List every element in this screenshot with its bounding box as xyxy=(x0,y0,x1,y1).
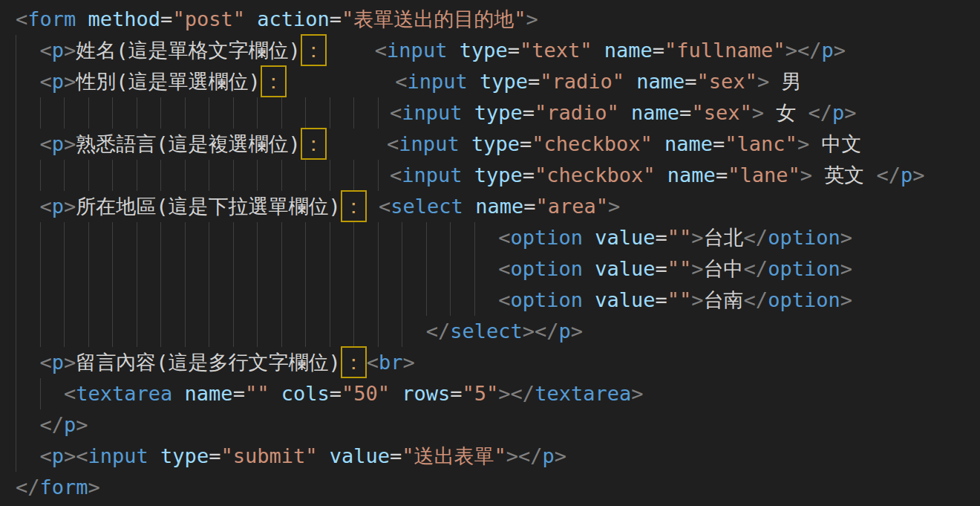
code-token-string: "lanc" xyxy=(725,132,797,155)
code-token-punctuation: > xyxy=(691,288,703,311)
code-token-punctuation: > xyxy=(403,351,415,374)
code-token-tag: input xyxy=(407,70,467,93)
code-token-string: "" xyxy=(667,288,692,311)
code-token-equals: = xyxy=(209,444,220,467)
code-token-text: 所在地區(這是下拉選單欄位) xyxy=(76,195,341,218)
code-token-attribute: method xyxy=(88,7,161,30)
code-token-equals: = xyxy=(528,70,540,93)
code-line: <input type="radio" name="sex"> 女 </p> xyxy=(16,97,980,129)
code-token-tag: option xyxy=(768,226,840,249)
indent-guides xyxy=(16,97,390,129)
code-token-text xyxy=(619,101,631,124)
code-token-text: 留言內容(這是多行文字欄位) xyxy=(76,351,341,374)
code-token-text xyxy=(287,70,395,93)
code-editor[interactable]: <form method="post" action="表單送出的目的地"><p… xyxy=(0,0,980,506)
code-token-punctuation: > xyxy=(608,195,620,218)
code-token-text: 男 xyxy=(769,70,801,93)
code-token-punctuation: > xyxy=(785,39,797,62)
code-token-text xyxy=(390,382,402,405)
code-line: <p><input type="submit" value="送出表單"></p… xyxy=(16,441,980,472)
code-token-tag: input xyxy=(402,163,462,186)
code-token-punctuation: > xyxy=(757,70,769,93)
code-token-tag: p xyxy=(64,413,76,436)
code-token-text xyxy=(583,288,595,311)
code-token-string: "" xyxy=(667,257,692,280)
code-token-text xyxy=(583,226,595,249)
code-token-attribute: cols xyxy=(281,382,330,405)
code-line: <option value="">台北</option> xyxy=(16,222,980,253)
code-token-attribute: name xyxy=(631,101,679,124)
code-token-punctuation: > xyxy=(912,163,924,186)
indent-guides xyxy=(16,160,390,191)
code-token-punctuation: </ xyxy=(40,413,65,436)
code-token-punctuation: < xyxy=(379,195,391,218)
code-token-punctuation: </ xyxy=(426,320,451,343)
code-token-punctuation: > xyxy=(64,70,76,93)
code-token-text xyxy=(462,163,474,186)
code-token-text xyxy=(624,70,636,93)
code-token-punctuation: > xyxy=(498,382,510,405)
code-token-text: 台南 xyxy=(704,288,744,311)
code-token-punctuation: < xyxy=(390,163,402,186)
code-token-string: "sex" xyxy=(697,70,757,93)
code-token-punctuation: < xyxy=(64,382,76,405)
code-token-punctuation: > xyxy=(691,257,703,280)
code-token-tag: input xyxy=(399,132,459,155)
indent-guides xyxy=(16,129,40,160)
code-token-punctuation: > xyxy=(631,382,643,405)
code-token-attribute: value xyxy=(595,226,655,249)
code-token-equals: = xyxy=(656,288,667,311)
code-token-punctuation: < xyxy=(40,132,52,155)
code-line: <form method="post" action="表單送出的目的地"> xyxy=(16,4,980,35)
code-token-tag: input xyxy=(88,444,148,467)
code-token-tag: p xyxy=(52,132,64,155)
code-line: </select></p> xyxy=(16,316,980,347)
code-token-punctuation: < xyxy=(390,101,402,124)
code-token-punctuation: </ xyxy=(744,288,768,311)
code-token-text xyxy=(463,195,475,218)
code-line: </form> xyxy=(16,472,980,503)
code-token-punctuation: < xyxy=(387,132,399,155)
code-token-equals: = xyxy=(523,163,535,186)
code-token-tag: p xyxy=(52,39,64,62)
code-token-text: 英文 xyxy=(812,163,877,186)
code-token-string: "lane" xyxy=(728,163,800,186)
code-line: <input type="checkbox" name="lane"> 英文 <… xyxy=(16,160,980,191)
code-token-text xyxy=(76,7,88,30)
code-token-punctuation: </ xyxy=(797,39,822,62)
code-token-tag: textarea xyxy=(76,382,172,405)
code-token-string: "submit" xyxy=(220,444,317,467)
code-token-attribute: value xyxy=(595,257,655,280)
code-token-text: 台北 xyxy=(704,226,744,249)
indent-guides xyxy=(16,66,40,97)
code-token-equals: = xyxy=(653,39,664,62)
code-token-string: "area" xyxy=(535,195,608,218)
unicode-highlight-colon: ： xyxy=(261,65,287,97)
code-token-punctuation: </ xyxy=(511,382,535,405)
code-token-attribute: type xyxy=(474,163,523,186)
code-token-punctuation: > xyxy=(840,226,852,249)
code-token-punctuation: > xyxy=(571,320,583,343)
code-token-punctuation: < xyxy=(16,7,27,30)
code-token-punctuation: > xyxy=(523,320,535,343)
code-token-tag: textarea xyxy=(535,382,631,405)
code-token-punctuation: > xyxy=(526,7,538,30)
unicode-highlight-colon: ： xyxy=(301,34,327,66)
code-token-text: 性別(這是單選欄位) xyxy=(76,70,261,93)
code-token-equals: = xyxy=(330,382,342,405)
indent-guides xyxy=(16,316,426,347)
code-token-string: "checkbox" xyxy=(535,163,656,186)
code-token-text xyxy=(245,7,257,30)
code-token-tag: input xyxy=(387,39,447,62)
code-line: <p>留言內容(這是多行文字欄位)：<br> xyxy=(16,347,980,378)
code-token-equals: = xyxy=(716,163,728,186)
code-token-punctuation: </ xyxy=(744,257,768,280)
code-token-tag: p xyxy=(901,163,912,186)
code-token-punctuation: < xyxy=(40,39,52,62)
code-line: </p> xyxy=(16,409,980,441)
code-token-text xyxy=(367,195,379,218)
code-token-punctuation: < xyxy=(498,226,510,249)
unicode-highlight-colon: ： xyxy=(301,128,327,160)
code-token-attribute: type xyxy=(471,132,520,155)
code-token-attribute: name xyxy=(604,39,653,62)
